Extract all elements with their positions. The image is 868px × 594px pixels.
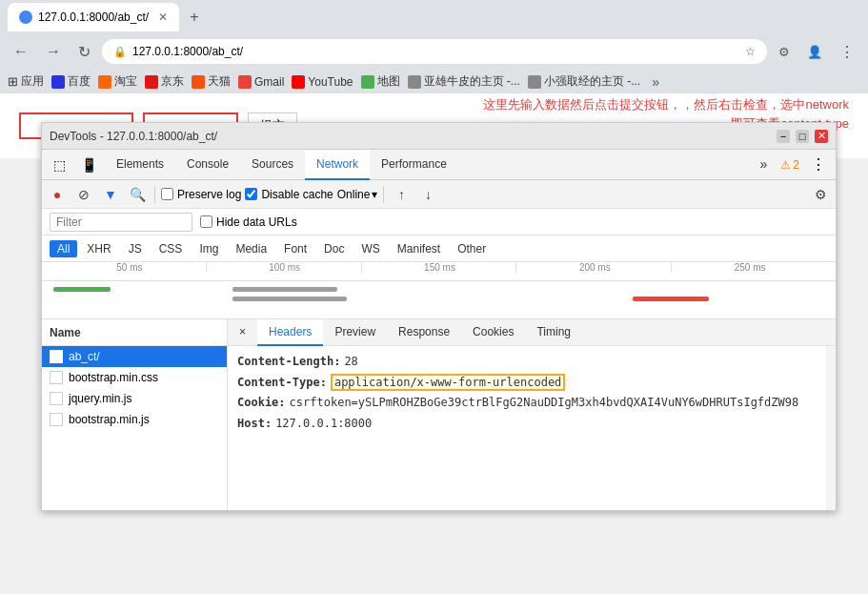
details-tabs: × Headers Preview Response Cookies Timin… bbox=[228, 319, 836, 346]
bookmarks-more-button[interactable]: » bbox=[652, 74, 659, 90]
tab-console[interactable]: Console bbox=[175, 150, 240, 180]
file-item-3[interactable]: bootstrap.min.js bbox=[42, 409, 227, 430]
devtools-inspect-icon[interactable]: ⬚ bbox=[46, 157, 73, 173]
main-panels: Name ab_ct/ bootstrap.min.css jquery.min… bbox=[42, 319, 836, 510]
type-filter-font[interactable]: Font bbox=[276, 240, 314, 257]
details-tab-cookies[interactable]: Cookies bbox=[461, 319, 525, 346]
preserve-log-input[interactable] bbox=[161, 188, 173, 200]
file-icon-1 bbox=[50, 371, 63, 384]
network-settings-button[interactable]: ⚙ bbox=[809, 183, 832, 206]
type-filter-other[interactable]: Other bbox=[450, 240, 494, 257]
bookmark-taobao[interactable]: 淘宝 bbox=[98, 73, 137, 90]
type-filter-xhr[interactable]: XHR bbox=[79, 240, 118, 257]
export-button[interactable]: ↓ bbox=[416, 183, 439, 206]
filter-toggle-button[interactable]: ▼ bbox=[99, 183, 122, 206]
file-item-0[interactable]: ab_ct/ bbox=[42, 346, 227, 367]
details-tab-headers[interactable]: Headers bbox=[257, 319, 323, 346]
devtools-close-button[interactable]: ✕ bbox=[815, 130, 828, 143]
details-tab-timing[interactable]: Timing bbox=[525, 319, 582, 346]
bookmark-taobao-label: 淘宝 bbox=[114, 73, 137, 90]
type-filter-css[interactable]: CSS bbox=[151, 240, 191, 257]
profile-button[interactable]: 👤 bbox=[801, 43, 828, 61]
address-input[interactable] bbox=[132, 45, 739, 58]
address-bar[interactable]: 🔒 ☆ bbox=[102, 39, 767, 64]
tab-performance[interactable]: Performance bbox=[370, 150, 458, 180]
warning-icon: ⚠ bbox=[780, 158, 791, 172]
timeline-bars bbox=[42, 281, 836, 319]
annotation-line1: 这里先输入数据然后点击提交按钮，，然后右击检查，选中network bbox=[483, 95, 849, 114]
details-area: × Headers Preview Response Cookies Timin… bbox=[228, 319, 836, 510]
tab-title: 127.0.0.1:8000/ab_ct/ bbox=[38, 10, 149, 24]
file-item-2[interactable]: jquery.min.js bbox=[42, 388, 227, 409]
tab-close-button[interactable]: ✕ bbox=[158, 10, 168, 24]
axionge-icon bbox=[408, 75, 421, 89]
type-filter-media[interactable]: Media bbox=[228, 240, 274, 257]
toolbar-sep1 bbox=[154, 186, 155, 203]
back-button[interactable]: ← bbox=[8, 41, 34, 62]
reload-button[interactable]: ↻ bbox=[72, 41, 96, 63]
hide-data-urls-input[interactable] bbox=[200, 215, 212, 228]
bookmarks-bar: ⊞ 应用 百度 淘宝 京东 天猫 Gmail bbox=[0, 69, 868, 95]
tab-more[interactable]: » bbox=[753, 150, 776, 180]
type-filter-doc[interactable]: Doc bbox=[316, 240, 352, 257]
youtube-icon bbox=[292, 75, 305, 89]
detail-label-1: Content-Type: bbox=[237, 373, 327, 394]
devtools-device-icon[interactable]: 📱 bbox=[73, 157, 105, 173]
forward-button[interactable]: → bbox=[40, 41, 67, 62]
file-item-1[interactable]: bootstrap.min.css bbox=[42, 367, 227, 388]
file-icon-0 bbox=[50, 350, 63, 363]
disable-cache-input[interactable] bbox=[245, 188, 257, 200]
type-filter-img[interactable]: Img bbox=[192, 240, 226, 257]
devtools-maximize-button[interactable]: □ bbox=[796, 130, 809, 143]
type-filter-manifest[interactable]: Manifest bbox=[390, 240, 448, 257]
bookmark-baidu[interactable]: 百度 bbox=[51, 73, 91, 90]
bookmark-gmail[interactable]: Gmail bbox=[238, 75, 284, 89]
timeline-ruler: 50 ms 100 ms 150 ms 200 ms 250 ms bbox=[42, 262, 836, 281]
bookmark-maps[interactable]: 地图 bbox=[361, 73, 400, 90]
preserve-log-checkbox[interactable]: Preserve log bbox=[161, 188, 241, 201]
throttle-dropdown[interactable]: Online ▾ bbox=[337, 188, 378, 201]
toolbar-sep2 bbox=[383, 186, 384, 203]
bookmark-jd[interactable]: 京东 bbox=[145, 73, 184, 90]
bookmark-baidu-label: 百度 bbox=[68, 73, 91, 90]
filter-input[interactable] bbox=[50, 213, 192, 232]
search-button[interactable]: 🔍 bbox=[126, 183, 149, 206]
detail-row-3: Host: 127.0.0.1:8000 bbox=[237, 414, 817, 435]
bookmark-star-icon[interactable]: ☆ bbox=[745, 45, 756, 58]
devtools-menu-button[interactable]: ⋮ bbox=[805, 155, 832, 174]
bookmark-xiaoqiang-label: 小强取经的主页 -... bbox=[544, 73, 640, 90]
tab-network[interactable]: Network bbox=[305, 150, 370, 180]
menu-button[interactable]: ⋮ bbox=[834, 41, 860, 63]
tab-elements[interactable]: Elements bbox=[105, 150, 175, 180]
detail-value-0: 28 bbox=[344, 352, 357, 373]
devtools-minimize-button[interactable]: − bbox=[777, 130, 790, 143]
bookmark-xiaoqiang[interactable]: 小强取经的主页 -... bbox=[528, 73, 640, 90]
disable-cache-checkbox[interactable]: Disable cache bbox=[245, 188, 333, 201]
details-tab-close[interactable]: × bbox=[228, 319, 257, 346]
detail-label-2: Cookie: bbox=[237, 393, 286, 414]
type-filter-all[interactable]: All bbox=[50, 240, 77, 257]
import-button[interactable]: ↑ bbox=[390, 183, 413, 206]
details-tab-preview[interactable]: Preview bbox=[323, 319, 387, 346]
extensions-button[interactable]: ⚙ bbox=[773, 43, 796, 61]
jd-icon bbox=[145, 75, 158, 89]
devtools-titlebar: DevTools - 127.0.0.1:8000/ab_ct/ − □ ✕ bbox=[42, 123, 836, 150]
details-tab-response[interactable]: Response bbox=[387, 319, 461, 346]
record-button[interactable]: ● bbox=[46, 183, 69, 206]
new-tab-button[interactable]: + bbox=[183, 6, 206, 29]
stop-record-button[interactable]: ⊘ bbox=[72, 183, 95, 206]
details-scrollbar[interactable] bbox=[826, 346, 836, 510]
bookmark-youtube[interactable]: YouTube bbox=[292, 75, 353, 89]
bookmark-tianmao[interactable]: 天猫 bbox=[192, 73, 231, 90]
hide-data-urls-checkbox[interactable]: Hide data URLs bbox=[200, 215, 297, 229]
bookmark-apps[interactable]: ⊞ 应用 bbox=[8, 73, 44, 90]
bookmark-axionge[interactable]: 亚雄牛皮的主页 -... bbox=[408, 73, 520, 90]
type-filter-ws[interactable]: WS bbox=[353, 240, 387, 257]
bookmark-maps-label: 地图 bbox=[377, 73, 400, 90]
type-filter-js[interactable]: JS bbox=[121, 240, 150, 257]
browser-tab[interactable]: 127.0.0.1:8000/ab_ct/ ✕ bbox=[8, 3, 179, 31]
throttle-chevron-icon: ▾ bbox=[372, 188, 377, 201]
ruler-mark-5: 250 ms bbox=[671, 262, 826, 273]
tab-sources[interactable]: Sources bbox=[240, 150, 305, 180]
ruler-mark-3: 150 ms bbox=[361, 262, 516, 273]
